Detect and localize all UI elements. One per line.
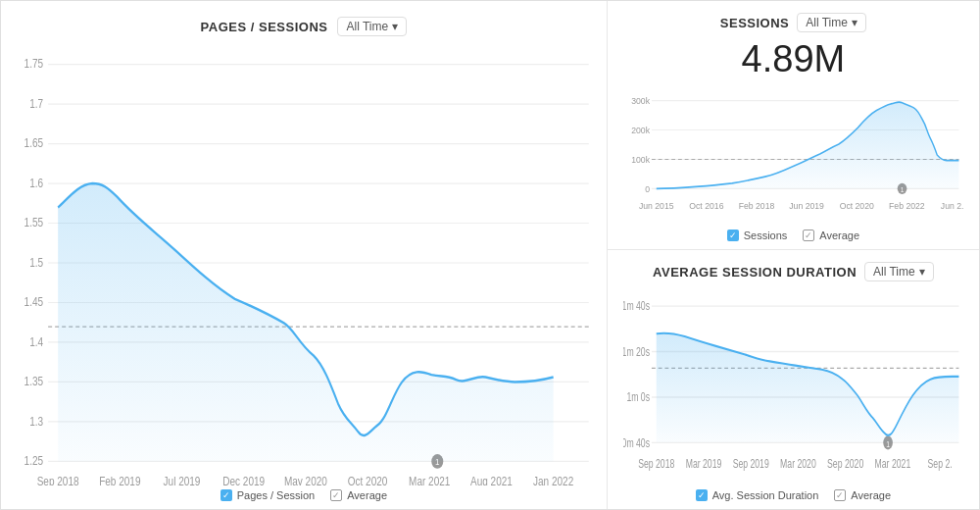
avg-session-chart-area: 1m 40s 1m 20s 1m 0s 0m 40s Sep 2018 Mar … (623, 285, 963, 485)
avg-session-header: AVERAGE SESSION DURATION All Time ▾ (623, 262, 963, 281)
svg-text:Sep 2.: Sep 2. (927, 456, 952, 470)
svg-text:1.4: 1.4 (29, 335, 43, 348)
right-top-panel: SESSIONS All Time ▾ 4.89M (608, 1, 979, 250)
legend-average-left: Average (330, 489, 387, 501)
left-time-selector[interactable]: All Time ▾ (337, 17, 407, 36)
svg-text:1m 0s: 1m 0s (626, 390, 650, 404)
right-panel: SESSIONS All Time ▾ 4.89M (608, 1, 979, 509)
svg-text:1.7: 1.7 (29, 97, 43, 110)
svg-text:1.5: 1.5 (29, 256, 43, 269)
svg-text:Jun 2015: Jun 2015 (639, 201, 674, 212)
svg-text:Oct 2020: Oct 2020 (348, 475, 388, 485)
svg-text:Sep 2018: Sep 2018 (638, 456, 674, 470)
svg-text:1.45: 1.45 (24, 295, 43, 308)
svg-text:Feb 2018: Feb 2018 (738, 201, 774, 212)
svg-text:100k: 100k (631, 154, 650, 165)
svg-text:Sep 2018: Sep 2018 (37, 475, 79, 485)
sessions-time-selector[interactable]: All Time ▾ (797, 13, 866, 32)
legend-average-sessions: Average (803, 230, 859, 241)
svg-text:Jun 2019: Jun 2019 (789, 201, 824, 212)
svg-text:Feb 2022: Feb 2022 (889, 201, 925, 212)
left-chart-title: PAGES / SESSIONS (201, 20, 328, 34)
legend-avg-session: Avg. Session Duration (696, 489, 819, 501)
avg-session-legend: Avg. Session Duration Average (623, 489, 963, 501)
pages-session-checkbox[interactable] (220, 489, 232, 501)
avg-session-checkbox[interactable] (696, 489, 708, 501)
legend-average-avg: Average (834, 489, 891, 501)
left-chart-header: PAGES / SESSIONS All Time ▾ (9, 17, 599, 36)
svg-text:1.25: 1.25 (24, 454, 43, 467)
svg-text:Mar 2021: Mar 2021 (409, 475, 450, 485)
avg-session-chart-svg: 1m 40s 1m 20s 1m 0s 0m 40s Sep 2018 Mar … (623, 285, 963, 485)
chevron-down-icon-avg: ▾ (919, 265, 925, 279)
right-bottom-panel: AVERAGE SESSION DURATION All Time ▾ (608, 250, 979, 509)
svg-text:Oct 2020: Oct 2020 (839, 201, 873, 212)
chevron-down-icon-sessions: ▾ (852, 16, 858, 29)
svg-text:Jul 2019: Jul 2019 (164, 475, 201, 485)
left-legend: Pages / Session Average (9, 489, 599, 501)
left-chart-svg: 1.75 1.7 1.65 1.6 1.55 1.5 1.45 1.4 1.35… (9, 40, 599, 485)
svg-text:1.55: 1.55 (24, 216, 43, 229)
avg-session-time-selector[interactable]: All Time ▾ (864, 262, 934, 281)
svg-text:200k: 200k (631, 125, 650, 135)
average-checkbox-avg[interactable] (834, 489, 846, 501)
svg-text:1.3: 1.3 (29, 415, 43, 428)
svg-text:0: 0 (645, 183, 650, 194)
svg-text:Jan 2022: Jan 2022 (533, 475, 573, 485)
sessions-legend: Sessions Average (623, 230, 963, 241)
svg-text:Sep 2019: Sep 2019 (732, 456, 768, 470)
svg-text:300k: 300k (631, 95, 650, 106)
svg-text:1.35: 1.35 (24, 375, 43, 387)
svg-text:Feb 2019: Feb 2019 (99, 475, 140, 485)
average-checkbox-left[interactable] (330, 489, 342, 501)
sessions-header: SESSIONS All Time ▾ (623, 13, 963, 32)
sessions-value: 4.89M (623, 38, 963, 80)
svg-text:Mar 2021: Mar 2021 (874, 456, 910, 470)
left-panel: PAGES / SESSIONS All Time ▾ 1.75 1.7 1.6… (1, 1, 608, 509)
legend-sessions: Sessions (727, 230, 788, 241)
svg-text:1m 20s: 1m 20s (623, 344, 650, 358)
svg-text:May 2020: May 2020 (284, 475, 327, 485)
svg-text:1.6: 1.6 (29, 177, 43, 189)
svg-text:0m 40s: 0m 40s (623, 435, 650, 449)
left-chart-area: 1.75 1.7 1.65 1.6 1.55 1.5 1.45 1.4 1.35… (9, 40, 599, 485)
svg-text:1.65: 1.65 (24, 136, 43, 149)
svg-text:1.75: 1.75 (24, 57, 43, 70)
sessions-title: SESSIONS (720, 16, 789, 30)
svg-text:Oct 2016: Oct 2016 (689, 201, 723, 212)
svg-text:Mar 2020: Mar 2020 (780, 456, 816, 470)
svg-text:1m 40s: 1m 40s (623, 299, 650, 313)
svg-text:Dec 2019: Dec 2019 (222, 475, 265, 485)
sessions-checkbox[interactable] (727, 230, 739, 241)
sessions-chart-area: 300k 200k 100k 0 Jun 2015 Oct 2016 Feb 2… (623, 84, 963, 226)
legend-pages-session: Pages / Session (220, 489, 316, 501)
chevron-down-icon: ▾ (392, 20, 398, 33)
svg-text:Jun 2.: Jun 2. (941, 201, 963, 212)
svg-text:Sep 2020: Sep 2020 (827, 456, 863, 470)
sessions-chart-svg: 300k 200k 100k 0 Jun 2015 Oct 2016 Feb 2… (623, 84, 963, 226)
svg-text:Aug 2021: Aug 2021 (470, 475, 513, 485)
avg-session-title: AVERAGE SESSION DURATION (653, 265, 857, 280)
average-checkbox-sessions[interactable] (803, 230, 814, 241)
svg-text:Mar 2019: Mar 2019 (685, 456, 721, 470)
